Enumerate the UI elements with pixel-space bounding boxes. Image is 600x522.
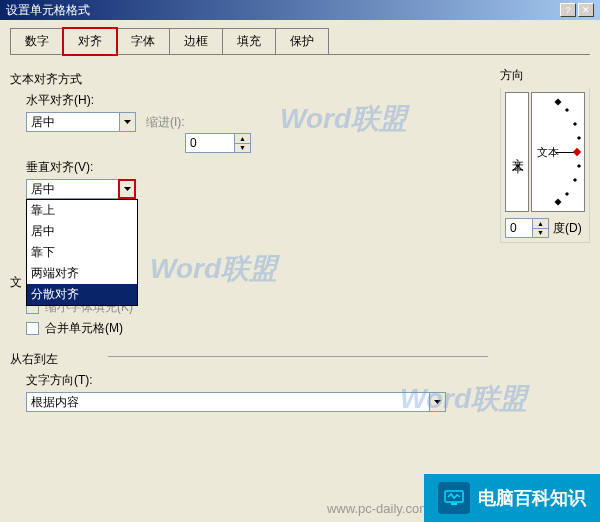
dial-dot: [565, 107, 569, 111]
tab-border[interactable]: 边框: [169, 28, 223, 54]
tabs: 数字 对齐 字体 边框 填充 保护: [10, 28, 590, 55]
tab-number[interactable]: 数字: [10, 28, 64, 54]
titlebar-buttons: ? ✕: [560, 3, 594, 17]
dialog-body: 数字 对齐 字体 边框 填充 保护 文本对齐方式 水平对齐(H): 居中: [0, 20, 600, 426]
degree-label: 度(D): [553, 220, 582, 237]
text-align-title: 文本对齐方式: [10, 71, 82, 88]
chevron-down-icon: [124, 120, 131, 124]
horiz-align-combo[interactable]: 居中: [26, 112, 136, 132]
horiz-align-label: 水平对齐(H):: [26, 92, 490, 109]
vert-option-bottom[interactable]: 靠下: [27, 242, 137, 263]
tab-fill[interactable]: 填充: [222, 28, 276, 54]
svg-marker-1: [124, 187, 131, 191]
vert-align-label: 垂直对齐(V):: [26, 159, 490, 176]
vert-align-value: 居中: [27, 181, 119, 198]
dial-dot: [554, 198, 561, 205]
vert-option-center[interactable]: 居中: [27, 221, 137, 242]
indent-value: 0: [186, 134, 234, 152]
indent-down-btn[interactable]: ▼: [234, 144, 250, 153]
dial-indicator[interactable]: [573, 148, 581, 156]
dial-dot: [573, 178, 577, 182]
degree-value: 0: [506, 219, 532, 237]
horiz-align-dropdown-btn[interactable]: [119, 113, 135, 131]
indent-label: 缩进(I):: [146, 114, 185, 131]
svg-marker-0: [124, 120, 131, 124]
orientation-title: 方向: [500, 67, 590, 84]
vert-option-distributed[interactable]: 分散对齐: [27, 284, 137, 305]
rtl-divider: [108, 356, 488, 357]
tab-protection[interactable]: 保护: [275, 28, 329, 54]
vert-option-top[interactable]: 靠上: [27, 200, 137, 221]
orientation-panel: 方向 文本 文本: [500, 67, 590, 418]
rtl-title: 从右到左: [10, 351, 58, 368]
merge-check-row: 合并单元格(M): [26, 320, 490, 337]
text-dir-label: 文字方向(T):: [26, 372, 490, 389]
footer-url: www.pc-daily.com: [327, 501, 430, 516]
svg-rect-4: [451, 503, 457, 505]
dial-line: [556, 152, 574, 153]
footer-brand: 电脑百科知识: [424, 474, 600, 522]
dial-dot: [565, 192, 569, 196]
degree-up-btn[interactable]: ▲: [532, 219, 548, 229]
degree-down-btn[interactable]: ▼: [532, 229, 548, 238]
footer-brand-text: 电脑百科知识: [478, 486, 586, 510]
close-button[interactable]: ✕: [578, 3, 594, 17]
vert-align-dropdown-btn[interactable]: [119, 180, 135, 198]
text-control-title: 文: [10, 274, 22, 291]
monitor-icon: [438, 482, 470, 514]
tab-alignment[interactable]: 对齐: [63, 28, 117, 55]
tab-font[interactable]: 字体: [116, 28, 170, 54]
degree-spinner[interactable]: 0 ▲ ▼: [505, 218, 549, 238]
titlebar: 设置单元格格式 ? ✕: [0, 0, 600, 20]
horiz-align-value: 居中: [27, 114, 119, 131]
dial-dot: [554, 99, 561, 106]
text-dir-value: 根据内容: [27, 394, 429, 411]
text-dir-combo[interactable]: 根据内容: [26, 392, 446, 412]
chevron-down-icon: [434, 400, 441, 404]
indent-spinner[interactable]: 0 ▲ ▼: [185, 133, 251, 153]
merge-label: 合并单元格(M): [45, 320, 123, 337]
orientation-dial[interactable]: 文本: [531, 92, 585, 212]
help-button[interactable]: ?: [560, 3, 576, 17]
chevron-down-icon: [124, 187, 131, 191]
indent-up-btn[interactable]: ▲: [234, 134, 250, 144]
dial-dot: [577, 164, 581, 168]
left-panel: 文本对齐方式 水平对齐(H): 居中 缩进(I): 0: [10, 67, 490, 418]
vert-align-dropdown-list: 靠上 居中 靠下 两端对齐 分散对齐: [26, 199, 138, 306]
vert-align-combo[interactable]: 居中 靠上 居中 靠下 两端对齐 分散对齐: [26, 179, 136, 199]
merge-checkbox[interactable]: [26, 322, 39, 335]
orientation-vertical-text[interactable]: 文本: [505, 92, 529, 212]
vert-option-justify[interactable]: 两端对齐: [27, 263, 137, 284]
svg-marker-2: [434, 400, 441, 404]
dial-dot: [573, 122, 577, 126]
dial-dot: [577, 136, 581, 140]
window-title: 设置单元格格式: [6, 2, 90, 19]
text-dir-dropdown-btn[interactable]: [429, 393, 445, 411]
